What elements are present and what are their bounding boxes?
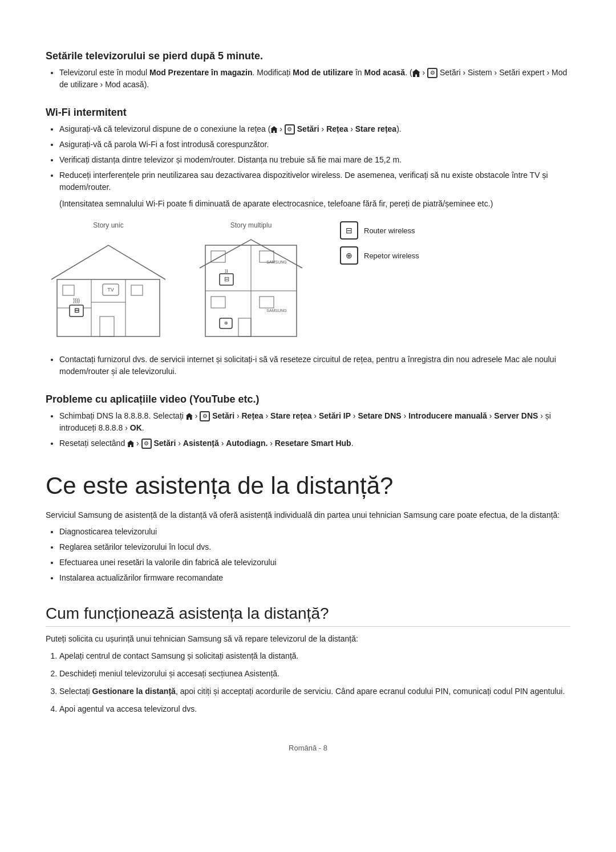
main-bullet-3: Efectuarea unei resetări la valorile din… [59,557,570,569]
section-settings-lost: Setările televizorului se pierd după 5 m… [46,50,570,91]
numbered-item-2: Deschideți meniul televizorului și acces… [59,668,570,680]
legend-repeater: ⊕ Repetor wireless [340,246,419,265]
repeater-icon: ⊕ [340,246,358,265]
section2-bullet1: Asigurați-vă că televizorul dispune de o… [59,123,570,135]
multi-story-label: Story multiplu [230,221,272,229]
svg-text:⊟: ⊟ [74,307,79,314]
section2-bullet3: Verificați distanța dintre televizor și … [59,154,570,166]
numbered-item-4: Apoi agentul va accesa televizorul dvs. [59,703,570,715]
svg-rect-7 [131,285,143,295]
svg-rect-5 [100,317,114,336]
numbered-item-1: Apelați centrul de contact Samsung și so… [59,650,570,662]
section2-heading: Wi-Fi intermitent [46,107,570,119]
svg-text:SAMSUNG: SAMSUNG [266,260,286,264]
main-bullet-2: Reglarea setărilor televizorului în locu… [59,541,570,553]
section3-heading: Probleme cu aplicațiile video (YouTube e… [46,393,570,405]
svg-rect-20 [238,318,251,336]
main-intro: Serviciul Samsung de asistență de la dis… [46,509,570,521]
section1-bullet1: Televizorul este în modul Mod Prezentare… [59,67,570,91]
diagrams-wrapper: Story unic ⊟ TV [46,221,570,342]
svg-text:⊟: ⊟ [224,275,229,282]
main-bullets: Diagnosticarea televizorului Reglarea se… [59,526,570,584]
svg-rect-6 [63,285,74,295]
svg-text:⊕: ⊕ [224,320,228,326]
footer: Română - 8 [46,744,570,752]
section2-bullet4: Reduceți interferențele prin neutilizare… [59,169,570,193]
multi-story-container: Story multiplu ⊟ [188,221,314,342]
section2-contact-bullet: Contactați furnizorul dvs. de servicii i… [59,354,570,378]
section2-contact-bullet-list: Contactați furnizorul dvs. de servicii i… [59,354,570,378]
main-bullet-1: Diagnosticarea televizorului [59,526,570,538]
gear-icon-inline: ⚙ [427,68,437,78]
repeater-label: Repetor wireless [364,251,419,260]
sub-intro: Puteți solicita cu ușurință unui tehnici… [46,632,570,645]
section1-bullets: Televizorul este în modul Mod Prezentare… [59,67,570,91]
numbered-item-3: Selectați Gestionare la distanță, apoi c… [59,685,570,697]
gear-icon3: ⚙ [141,439,152,449]
section-video-apps: Probleme cu aplicațiile video (YouTube e… [46,393,570,449]
section3-bullets: Schimbați DNS la 8.8.8.8. Selectați › ⚙ … [59,410,570,449]
sub-heading: Cum funcționează asistența la distanță? [46,604,570,627]
gear-icon1: ⚙ [285,124,295,135]
svg-rect-18 [211,297,225,308]
multi-story-svg: ⊟ SAMSUNG SAMSUNG ⊕ )) [188,234,314,342]
svg-text:SAMSUNG: SAMSUNG [266,309,286,313]
router-icon: ⊟ [340,221,358,240]
section2-indent-note: (Intensitatea semnalului Wi-Fi poate fi … [59,198,570,210]
svg-text:TV: TV [107,287,114,293]
section3-bullet2: Resetați selectând › ⚙ Setări › Asistenț… [59,437,570,449]
legend-section: ⊟ Router wireless ⊕ Repetor wireless [340,221,419,265]
section1-heading: Setările televizorului se pierd după 5 m… [46,50,570,62]
section-wifi: Wi-Fi intermitent Asigurați-vă că televi… [46,107,570,378]
single-story-label: Story unic [93,221,123,229]
numbered-list: Apelați centrul de contact Samsung și so… [59,650,570,715]
section2-bullets: Asigurați-vă că televizorul dispune de o… [59,123,570,193]
legend-router: ⊟ Router wireless [340,221,419,240]
single-story-container: Story unic ⊟ TV [46,221,171,342]
main-heading: Ce este asistența de la distanță? [46,472,570,500]
router-label: Router wireless [364,226,415,235]
section3-bullet1: Schimbați DNS la 8.8.8.8. Selectați › ⚙ … [59,410,570,434]
gear-icon2: ⚙ [200,411,210,421]
section2-bullet2: Asigurați-vă că parola Wi-Fi a fost intr… [59,139,570,151]
svg-text:)): )) [225,268,228,273]
svg-text:)))): )))) [73,298,80,303]
single-story-svg: ⊟ TV )))) [46,234,171,342]
main-bullet-4: Instalarea actualizărilor firmware recom… [59,572,570,584]
svg-rect-19 [260,297,274,308]
